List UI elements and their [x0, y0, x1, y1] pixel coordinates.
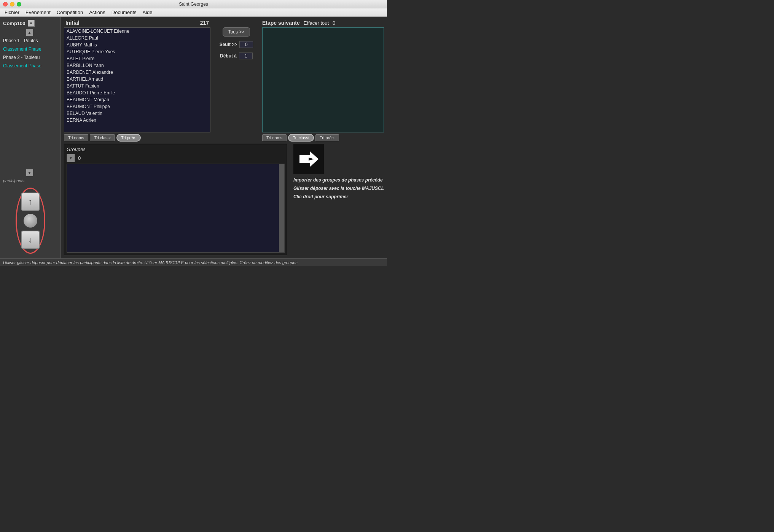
- main-content: Initial 217 ALAVOINE-LONGUET Etienne ALL…: [61, 17, 387, 258]
- list-item[interactable]: BARTHEL Arnaud: [64, 76, 210, 83]
- debut-row: Début à: [220, 53, 253, 59]
- menu-actions[interactable]: Actions: [86, 9, 108, 16]
- list-item[interactable]: BEAUMONT Philippe: [64, 103, 210, 110]
- import-text: Importer des groupes de phases précéde: [293, 177, 383, 183]
- sidebar-item-phase1[interactable]: Phase 1 - Poules: [0, 37, 61, 45]
- right-sort-buttons: Tri noms Tri classt Tri préc.: [262, 134, 384, 142]
- menu-fichier[interactable]: Fichier: [2, 9, 22, 16]
- list-item[interactable]: BEAUDOT Pierre-Emile: [64, 89, 210, 96]
- oval-container: ↑ ↓: [16, 188, 45, 254]
- groups-right-area: Importer des groupes de phases précéde G…: [290, 144, 384, 255]
- etape-label: Etape suivante: [262, 20, 300, 26]
- status-text: Utiliser glisser-déposer pour déplacer l…: [3, 260, 298, 265]
- seult-row: Seult >>: [220, 41, 253, 48]
- initial-panel: Initial 217 ALAVOINE-LONGUET Etienne ALL…: [64, 20, 210, 142]
- list-item[interactable]: BERNA Adrien: [64, 117, 210, 124]
- list-item[interactable]: ALLEGRE Paul: [64, 35, 210, 41]
- sidebar-arrows-area: ↑ ↓: [0, 185, 61, 257]
- list-item[interactable]: AUTRIQUE Pierre-Yves: [64, 48, 210, 55]
- sort-tri-prec-initial[interactable]: Tri préc.: [116, 134, 141, 142]
- effacer-count: 0: [333, 20, 335, 26]
- action-icon[interactable]: [293, 144, 324, 174]
- comp-label: Comp100: [3, 21, 25, 26]
- groups-row: ▼ 0: [67, 154, 285, 162]
- sidebar: Comp100 ▼ ▲ Phase 1 - Poules Classement …: [0, 17, 61, 258]
- app-body: Comp100 ▼ ▲ Phase 1 - Poules Classement …: [0, 17, 387, 258]
- list-item[interactable]: BEAUMONT Morgan: [64, 96, 210, 103]
- list-item[interactable]: BARDENET Alexandre: [64, 69, 210, 76]
- seult-label[interactable]: Seult >>: [220, 42, 237, 47]
- list-item[interactable]: ALAVOINE-LONGUET Etienne: [64, 28, 210, 35]
- groups-title: Groupes: [67, 147, 285, 152]
- sidebar-item-phase2[interactable]: Phase 2 - Tableau: [0, 53, 61, 62]
- list-item[interactable]: BARBILLON Yann: [64, 62, 210, 69]
- comp-dropdown[interactable]: ▼: [28, 20, 35, 27]
- groups-dropdown[interactable]: ▼: [67, 154, 75, 162]
- move-down-button[interactable]: ↓: [21, 231, 40, 249]
- move-up-button[interactable]: ↑: [21, 193, 40, 211]
- right-list-box[interactable]: [262, 27, 384, 132]
- list-item[interactable]: BATTUT Fabien: [64, 83, 210, 89]
- bottom-section: Groupes ▼ 0: [64, 144, 384, 255]
- initial-count: 217: [200, 20, 209, 26]
- status-bar: Utiliser glisser-déposer pour déplacer l…: [0, 258, 387, 266]
- sort-tri-classt-initial[interactable]: Tri classt: [90, 134, 115, 141]
- sidebar-footer: participants: [0, 177, 61, 185]
- middle-column: Tous >> Seult >> Début à: [213, 20, 259, 142]
- sort-tri-noms-initial[interactable]: Tri noms: [64, 134, 88, 141]
- menu-documents[interactable]: Documents: [108, 9, 140, 16]
- list-item[interactable]: BELAUD Valentin: [64, 110, 210, 117]
- debut-label: Début à: [220, 53, 237, 59]
- menu-bar: Fichier Evénement Compétition Actions Do…: [0, 8, 387, 17]
- sort-tri-prec-right[interactable]: Tri préc.: [315, 134, 339, 141]
- title-bar: Saint Georges: [0, 0, 387, 8]
- circle-ball: [24, 214, 37, 228]
- sort-tri-classt-right[interactable]: Tri classt: [288, 134, 314, 142]
- groups-scrollbar[interactable]: [279, 164, 284, 252]
- list-item[interactable]: BALET Pierre: [64, 55, 210, 62]
- window-title: Saint Georges: [179, 2, 208, 7]
- sidebar-item-classement1[interactable]: Classement Phase: [0, 45, 61, 53]
- tous-button[interactable]: Tous >>: [223, 27, 250, 37]
- close-button[interactable]: [3, 2, 8, 6]
- sidebar-scroll-up[interactable]: ▲: [26, 29, 33, 36]
- minimize-button[interactable]: [10, 2, 14, 6]
- sidebar-top: Comp100 ▼: [0, 18, 61, 28]
- menu-evenement[interactable]: Evénement: [22, 9, 54, 16]
- seult-input[interactable]: [239, 41, 253, 48]
- initial-list-inner: ALAVOINE-LONGUET Etienne ALLEGRE Paul AU…: [64, 28, 210, 132]
- initial-header: Initial 217: [64, 20, 210, 26]
- sidebar-item-classement2[interactable]: Classement Phase: [0, 62, 61, 70]
- initial-list-box[interactable]: ALAVOINE-LONGUET Etienne ALLEGRE Paul AU…: [64, 27, 210, 132]
- debut-input[interactable]: [239, 53, 253, 59]
- groups-list[interactable]: [67, 164, 285, 253]
- drag-text: Glisser déposer avec la touche MAJUSCL: [293, 186, 384, 191]
- menu-aide[interactable]: Aide: [140, 9, 156, 16]
- right-list-inner: [263, 28, 384, 132]
- initial-sort-buttons: Tri noms Tri classt Tri préc.: [64, 134, 210, 142]
- effacer-label: Effacer tout: [304, 20, 329, 26]
- right-click-text: Clic droit pour supprimer: [293, 194, 348, 199]
- list-item[interactable]: AUBRY Mathis: [64, 41, 210, 48]
- window-controls[interactable]: [3, 2, 21, 6]
- maximize-button[interactable]: [17, 2, 21, 6]
- right-panel: Etape suivante Effacer tout 0 Tri noms T…: [262, 20, 384, 142]
- etape-header: Etape suivante Effacer tout 0: [262, 20, 384, 26]
- initial-title: Initial: [65, 20, 80, 26]
- sort-tri-noms-right[interactable]: Tri noms: [262, 134, 287, 141]
- sidebar-nav: Phase 1 - Poules Classement Phase Phase …: [0, 37, 61, 169]
- menu-competition[interactable]: Compétition: [54, 9, 86, 16]
- groups-count: 0: [78, 155, 81, 161]
- sidebar-scroll-down[interactable]: ▼: [26, 169, 33, 176]
- top-section: Initial 217 ALAVOINE-LONGUET Etienne ALL…: [64, 20, 384, 142]
- groups-section: Groupes ▼ 0: [64, 144, 287, 255]
